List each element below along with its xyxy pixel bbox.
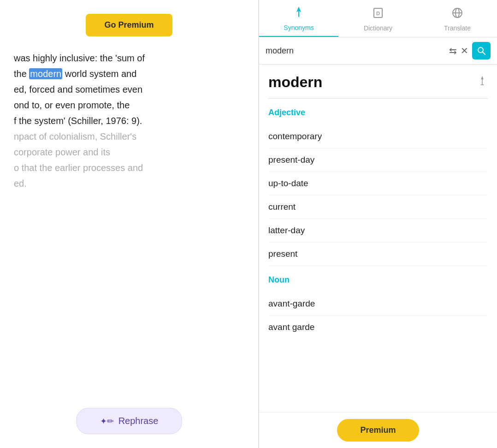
highlighted-word: modern	[29, 68, 62, 79]
synonym-avant-garde[interactable]: avant-garde	[268, 292, 488, 316]
adjective-pos-label: Adjective	[268, 108, 488, 118]
text-line-4: ond to, or even promote, the	[14, 100, 130, 110]
text-line-3: ed, forced and sometimes even	[14, 84, 142, 94]
text-line-9: ed.	[14, 178, 27, 189]
synonym-present-day[interactable]: present-day	[268, 148, 488, 172]
synonyms-content: modern Adjective contemporary present-da…	[259, 65, 497, 448]
left-panel: Go Premium was highly inclusive: the 'su…	[0, 0, 258, 448]
translate-icon	[451, 7, 463, 22]
tab-synonyms[interactable]: Synonyms	[259, 0, 338, 37]
word-title: modern	[268, 74, 322, 91]
search-actions: ⇆ ✕	[449, 42, 491, 59]
pen-icon[interactable]	[477, 76, 488, 89]
rephrase-icon: ✦✏	[100, 416, 114, 426]
search-bar: ⇆ ✕	[259, 37, 497, 65]
svg-line-6	[483, 52, 485, 55]
dictionary-tab-label: Dictionary	[364, 24, 392, 32]
translate-tab-label: Translate	[444, 24, 471, 32]
synonym-contemporary[interactable]: contemporary	[268, 125, 488, 148]
synonym-present[interactable]: present	[268, 242, 488, 266]
synonym-up-to-date[interactable]: up-to-date	[268, 172, 488, 195]
synonyms-icon	[293, 6, 305, 21]
text-line-5: f the system' (Schiller, 1976: 9).	[14, 116, 142, 126]
premium-bar: Premium	[259, 412, 497, 448]
tab-translate[interactable]: Translate	[418, 0, 497, 37]
synonym-avant-garde-2[interactable]: avant garde	[268, 316, 488, 339]
tabs-bar: Synonyms D Dictionary Translate	[259, 0, 497, 37]
rephrase-label: Rephrase	[118, 416, 159, 426]
text-line-6: npact of colonialism, Schiller's	[14, 131, 136, 141]
synonyms-tab-label: Synonyms	[284, 24, 314, 31]
close-icon[interactable]: ✕	[461, 45, 468, 56]
noun-pos-label: Noun	[268, 275, 488, 285]
swap-icon[interactable]: ⇆	[449, 45, 457, 56]
go-premium-button[interactable]: Go Premium	[86, 14, 172, 36]
search-input[interactable]	[266, 46, 445, 56]
document-text: was highly inclusive: the 'sum of the mo…	[14, 50, 244, 191]
rephrase-button[interactable]: ✦✏ Rephrase	[77, 408, 182, 434]
tab-dictionary[interactable]: D Dictionary	[338, 0, 418, 37]
rephrase-btn-container: ✦✏ Rephrase	[77, 408, 182, 434]
synonym-latter-day[interactable]: latter-day	[268, 219, 488, 242]
text-line-8: o that the earlier processes and	[14, 163, 143, 173]
word-header: modern	[268, 74, 488, 99]
dictionary-icon: D	[372, 7, 384, 22]
text-line-1: was highly inclusive: the 'sum of	[14, 53, 145, 63]
premium-button[interactable]: Premium	[337, 419, 419, 442]
svg-text:D: D	[376, 11, 380, 16]
synonym-current[interactable]: current	[268, 195, 488, 219]
text-line-7: corporate power and its	[14, 147, 110, 157]
search-button[interactable]	[472, 42, 491, 59]
right-panel: Synonyms D Dictionary Translate	[259, 0, 497, 448]
